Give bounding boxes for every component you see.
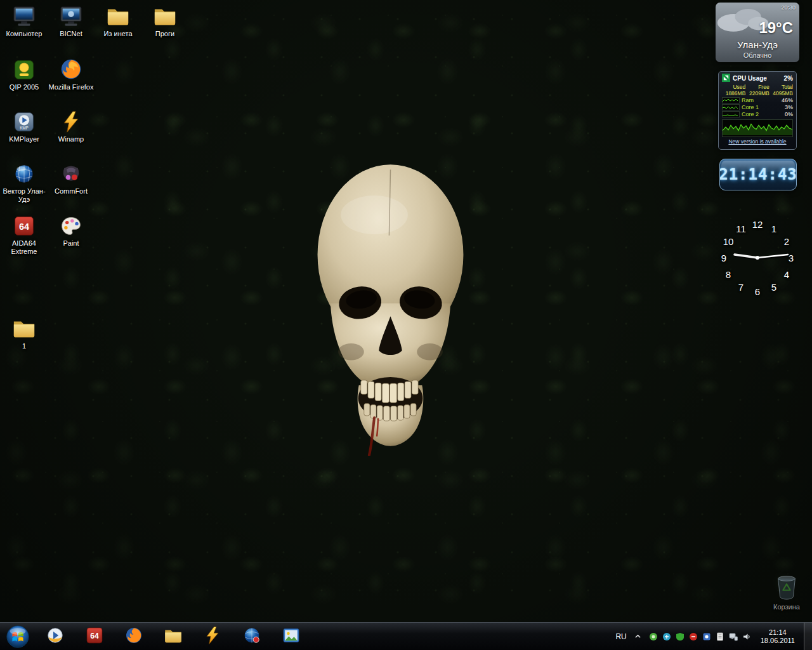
digital-clock-time: 21:14:43 xyxy=(719,166,797,183)
globe-icon xyxy=(1,159,47,185)
mem-col-used: Used xyxy=(722,84,745,90)
tray-icon[interactable] xyxy=(648,632,658,642)
desktop-icon-iz-ineta[interactable]: Из инета xyxy=(95,1,141,38)
amd-logo-icon xyxy=(722,74,730,83)
desktop-icon-label: 1 xyxy=(1,342,47,350)
skull-wallpaper-image xyxy=(297,157,484,456)
desktop-icon-bicnet[interactable]: BICNet xyxy=(48,1,94,38)
new-version-link[interactable]: New version is available xyxy=(722,138,793,145)
start-button[interactable] xyxy=(4,623,32,650)
mem-col-free: Free xyxy=(745,84,769,90)
ram-value: 46% xyxy=(782,97,793,103)
cpu-history-graph xyxy=(722,119,793,137)
mem-free-value: 2209MB xyxy=(745,90,769,96)
desktop-icon-progi[interactable]: Проги xyxy=(142,1,188,38)
taskbar-winamp[interactable] xyxy=(197,623,228,650)
desktop-icon-vektor[interactable]: Вектор Улан-Удэ xyxy=(1,159,47,204)
digital-clock-gadget[interactable]: 21:14:43 xyxy=(719,159,797,190)
weather-update-time: 20:30 xyxy=(781,4,796,11)
tray-icon[interactable] xyxy=(688,632,698,642)
commfort-icon xyxy=(48,159,94,185)
taskbar-date: 18.06.2011 xyxy=(761,637,795,645)
folder-icon xyxy=(142,1,188,28)
show-desktop-button[interactable] xyxy=(804,623,812,650)
desktop-icon-label: Проги xyxy=(142,30,188,38)
clock-hands xyxy=(716,216,799,300)
tray-icon[interactable] xyxy=(702,632,712,642)
tray-icon[interactable] xyxy=(662,632,672,642)
network-icon[interactable] xyxy=(728,632,738,642)
recycle-bin[interactable]: Корзина xyxy=(769,572,804,611)
desktop-surface[interactable]: Компьютер BICNet Из инета Проги QIP 2005… xyxy=(0,0,812,622)
winamp-lightning-icon xyxy=(48,107,94,133)
kmplayer-icon: KMP xyxy=(1,107,47,133)
paint-palette-icon xyxy=(48,211,94,237)
desktop-icon-label: Из инета xyxy=(95,30,141,38)
desktop-icon-label: Mozilla Firefox xyxy=(48,83,94,91)
media-player-icon xyxy=(46,626,65,647)
analog-clock-gadget[interactable]: 12 1 2 3 4 5 6 7 8 9 10 11 xyxy=(716,216,799,300)
desktop-icon-commfort[interactable]: CommFort xyxy=(48,159,94,196)
svg-text:64: 64 xyxy=(19,222,29,232)
weather-gadget[interactable]: 20:30 19°C Улан-Удэ Облачно xyxy=(716,3,799,62)
tray-icons xyxy=(648,632,752,642)
ram-label: Ram xyxy=(742,97,780,103)
taskbar-clock[interactable]: 21:14 18.06.2011 xyxy=(757,628,799,645)
weather-condition: Облачно xyxy=(716,51,799,59)
volume-icon[interactable] xyxy=(742,632,752,642)
taskbar-time: 21:14 xyxy=(761,628,795,637)
taskbar-media-player[interactable] xyxy=(39,623,71,650)
core1-label: Core 1 xyxy=(742,104,783,110)
taskbar-image-viewer[interactable] xyxy=(275,623,307,650)
desktop-icon-label: Компьютер xyxy=(1,30,47,38)
taskbar-firefox[interactable] xyxy=(118,623,150,650)
computer-icon xyxy=(48,1,94,28)
desktop-icon-folder-1[interactable]: 1 xyxy=(1,314,47,350)
taskbar-explorer[interactable] xyxy=(157,623,189,650)
desktop-icon-computer[interactable]: Компьютер xyxy=(1,1,47,38)
desktop-icon-winamp[interactable]: Winamp xyxy=(48,107,94,143)
cpu-usage-value: 2% xyxy=(784,75,793,82)
ram-row: Ram 46% xyxy=(722,97,793,103)
globe-icon xyxy=(242,626,261,647)
tray-icon[interactable] xyxy=(675,632,685,642)
desktop-icon-label: AIDA64 Extreme xyxy=(1,239,47,256)
cpu-gadget-title: CPU Usage xyxy=(733,75,782,82)
svg-text:64: 64 xyxy=(90,632,99,640)
desktop-icon-label: CommFort xyxy=(48,187,94,196)
image-viewer-icon xyxy=(282,626,301,647)
mem-total-value: 4095MB xyxy=(769,90,793,96)
folder-icon xyxy=(164,626,183,647)
desktop-icon-aida64[interactable]: 64 AIDA64 Extreme xyxy=(1,211,47,256)
tray-expand-button[interactable] xyxy=(633,632,643,642)
desktop-icon-label: Вектор Улан-Удэ xyxy=(1,187,47,204)
cpu-usage-gadget[interactable]: CPU Usage 2% Used Free Total 1886MB 2209… xyxy=(718,71,797,150)
chevron-up-icon xyxy=(634,633,641,640)
firefox-icon xyxy=(48,55,94,81)
taskbar-globe-app[interactable] xyxy=(236,623,268,650)
computer-icon xyxy=(1,1,47,28)
language-indicator[interactable]: RU xyxy=(614,632,627,641)
desktop-icon-firefox[interactable]: Mozilla Firefox xyxy=(48,55,94,91)
desktop-icon-label: QIP 2005 xyxy=(1,83,47,91)
taskbar: 64 RU 21:14 18.06.2011 xyxy=(0,622,812,650)
desktop-icon-label: Winamp xyxy=(48,135,94,143)
recycle-bin-label: Корзина xyxy=(769,603,804,611)
tray-icon[interactable] xyxy=(715,632,725,642)
desktop-icon-kmplayer[interactable]: KMP KMPlayer xyxy=(1,107,47,143)
folder-icon xyxy=(95,1,141,28)
desktop-icon-label: Paint xyxy=(48,239,94,248)
desktop-icon-qip[interactable]: QIP 2005 xyxy=(1,55,47,91)
core2-value: 0% xyxy=(785,111,793,117)
desktop-icon-paint[interactable]: Paint xyxy=(48,211,94,248)
ram-sparkline xyxy=(722,97,740,103)
core2-label: Core 2 xyxy=(742,111,783,117)
system-tray: RU 21:14 18.06.2011 xyxy=(614,623,812,650)
taskbar-aida64[interactable]: 64 xyxy=(79,623,110,650)
qip-icon xyxy=(1,55,47,81)
mem-col-total: Total xyxy=(769,84,793,90)
core1-sparkline xyxy=(722,104,740,110)
core1-value: 3% xyxy=(785,104,793,110)
core2-row: Core 2 0% xyxy=(722,111,793,117)
firefox-icon xyxy=(124,626,143,647)
